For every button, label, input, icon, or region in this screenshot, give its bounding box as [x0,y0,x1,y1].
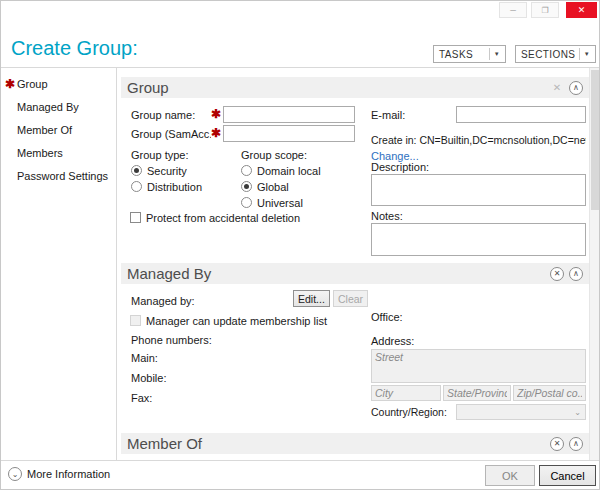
radio-security-label: Security [147,165,187,177]
zip-postal-input[interactable] [513,385,586,401]
maximize-icon: ❐ [541,6,548,15]
ok-button[interactable]: OK [485,465,535,486]
managed-by-label: Managed by: [131,295,195,307]
sidebar-item-group[interactable]: ✱ Group [1,73,116,96]
chevron-down-icon: ⌄ [12,470,19,479]
description-input[interactable] [371,174,586,206]
manager-update-checkbox-control[interactable] [130,315,141,326]
address-label: Address: [371,335,414,347]
sections-button[interactable]: SECTIONS ▼ [515,45,596,63]
more-information-button[interactable]: ⌄ [8,467,22,481]
radio-universal[interactable]: Universal [241,196,303,209]
group-section-title: Group [127,79,545,96]
sidebar-item-label: Group [17,78,48,90]
managed-by-section-header: Managed By ✕ ∧ [121,263,589,284]
close-button[interactable]: ✕ [566,2,597,18]
radio-security[interactable]: Security [131,164,187,177]
sidebar-item-password-settings[interactable]: Password Settings [1,165,116,188]
description-label: Description: [371,161,429,173]
phone-fax-label: Fax: [131,392,152,404]
sections-dropdown-arrow-icon: ▼ [584,51,590,57]
country-region-label: Country/Region: [371,406,447,418]
protect-deletion-label: Protect from accidental deletion [146,212,300,224]
main-scrollbar[interactable] [589,68,599,460]
notes-input[interactable] [371,223,586,256]
phone-mobile-label: Mobile: [131,372,166,384]
close-icon: ✕ [578,5,586,15]
radio-security-control[interactable] [131,165,142,176]
radio-distribution[interactable]: Distribution [131,180,202,193]
group-section-header: Group ✕ ∧ [121,77,589,98]
managed-by-edit-button[interactable]: Edit... [293,290,330,307]
create-group-window: ─ ❐ ✕ Create Group: TASKS ▼ SECTIONS ▼ ✱… [0,0,600,490]
group-type-label: Group type: [131,149,188,161]
sidebar-item-managed-by[interactable]: Managed By [1,96,116,119]
phone-main-label: Main: [131,352,158,364]
country-region-select[interactable]: ⌄ [456,404,586,420]
radio-domain-local[interactable]: Domain local [241,164,321,177]
email-label: E-mail: [371,109,405,121]
phone-numbers-label: Phone numbers: [131,334,212,346]
radio-global[interactable]: Global [241,180,289,193]
group-sam-input[interactable] [223,125,355,142]
protect-deletion-checkbox-control[interactable] [130,212,141,223]
collapse-icon: ∧ [573,269,579,278]
group-name-input[interactable] [223,106,355,123]
remove-icon: ✕ [554,439,561,448]
member-of-collapse-button[interactable]: ∧ [569,437,583,451]
city-input[interactable] [371,385,441,401]
member-of-remove-button[interactable]: ✕ [550,437,564,451]
group-sam-label: Group (SamAcc... [131,128,211,140]
member-of-section-header: Member Of ✕ ∧ [121,433,589,454]
more-information-expander[interactable]: ⌄ More Information [8,467,110,481]
manager-update-checkbox[interactable]: Manager can update membership list [130,314,327,327]
notes-label: Notes: [371,210,403,222]
more-information-label: More Information [27,468,110,480]
collapse-icon: ∧ [573,439,579,448]
managed-by-remove-button[interactable]: ✕ [550,267,564,281]
page-title: Create Group: [11,37,138,60]
managed-by-collapse-button[interactable]: ∧ [569,267,583,281]
radio-distribution-control[interactable] [131,181,142,192]
radio-global-label: Global [257,181,289,193]
street-input[interactable] [371,349,586,383]
radio-global-control[interactable] [241,181,252,192]
create-in-text: Create in: CN=Builtin,DC=mcnsolution,DC=… [371,134,586,146]
titlebar: ─ ❐ ✕ [1,1,599,19]
sidebar-item-member-of[interactable]: Member Of [1,119,116,142]
sidebar-item-label: Password Settings [17,170,108,182]
radio-domain-local-label: Domain local [257,165,321,177]
managed-by-section-title: Managed By [127,265,545,282]
group-remove-icon: ✕ [550,82,564,93]
minimize-button[interactable]: ─ [499,2,527,18]
managed-by-clear-button[interactable]: Clear [333,290,368,307]
select-arrow-icon: ⌄ [574,408,581,417]
member-of-section-title: Member Of [127,435,545,452]
scrollbar-thumb[interactable] [591,70,599,210]
maximize-button[interactable]: ❐ [531,2,559,18]
tasks-dropdown-arrow-icon: ▼ [494,51,500,57]
collapse-icon: ∧ [573,83,579,92]
tasks-button[interactable]: TASKS ▼ [433,45,506,63]
required-asterisk-icon: ✱ [5,73,15,96]
sidebar-item-members[interactable]: Members [1,142,116,165]
main-content: Group ✕ ∧ Group name: ✱ Group (SamAcc...… [118,68,599,460]
email-input[interactable] [456,106,586,123]
sections-button-label: SECTIONS [521,49,575,60]
radio-domain-local-control[interactable] [241,165,252,176]
radio-universal-control[interactable] [241,197,252,208]
radio-distribution-label: Distribution [147,181,202,193]
sidebar-item-label: Managed By [17,101,79,113]
sidebar-item-label: Member Of [17,124,72,136]
cancel-button[interactable]: Cancel [539,465,596,486]
sidebar: ✱ Group Managed By Member Of Members Pas… [1,68,117,460]
required-asterisk-icon: ✱ [211,126,221,140]
group-scope-label: Group scope: [241,149,307,161]
sidebar-item-label: Members [17,147,63,159]
group-collapse-button[interactable]: ∧ [569,81,583,95]
office-label: Office: [371,311,403,323]
state-province-input[interactable] [443,385,511,401]
protect-deletion-checkbox[interactable]: Protect from accidental deletion [130,211,300,224]
tasks-button-label: TASKS [439,49,485,60]
manager-update-label: Manager can update membership list [146,315,327,327]
